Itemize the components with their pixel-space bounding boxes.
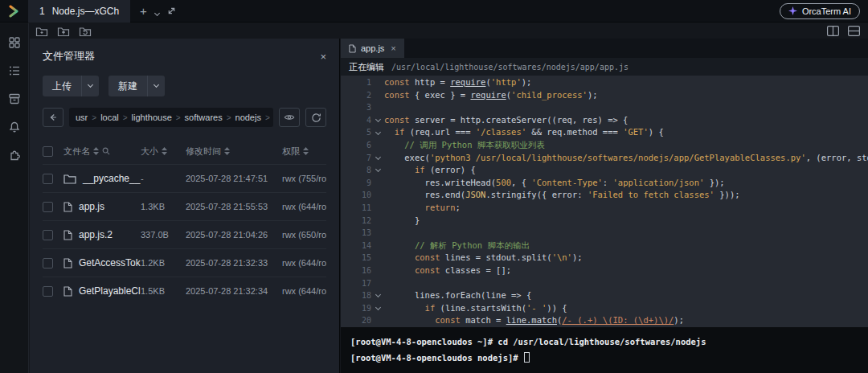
editor-tab-appjs[interactable]: app.js × xyxy=(341,39,404,58)
new-dropdown-icon[interactable] xyxy=(147,76,165,96)
file-row[interactable]: __pycache__-2025-07-28 21:47:51rwx (755/… xyxy=(43,164,326,192)
close-tab-icon[interactable]: × xyxy=(391,43,395,53)
fold-chevron-icon[interactable] xyxy=(371,164,384,177)
new-tab-dropdown-icon[interactable] xyxy=(155,4,159,18)
extensions-puzzle-icon[interactable] xyxy=(6,147,23,163)
new-tab-button[interactable]: + xyxy=(140,5,147,17)
split-horizontal-icon[interactable] xyxy=(848,26,860,36)
sort-icon[interactable] xyxy=(224,147,230,155)
file-name-cell[interactable]: GetAccessTok... xyxy=(63,257,141,268)
bell-icon[interactable] xyxy=(6,119,23,135)
detach-window-icon[interactable] xyxy=(167,6,176,15)
code-text: const lines = stdout.split('\n'); xyxy=(384,252,868,264)
code-line[interactable]: 6 // 调用 Python 脚本获取职业列表 xyxy=(341,139,868,152)
row-checkbox[interactable] xyxy=(43,230,53,240)
line-number: 5 xyxy=(341,126,371,139)
breadcrumb-segment[interactable]: usr xyxy=(76,113,88,122)
row-checkbox[interactable] xyxy=(43,258,53,268)
code-line[interactable]: 15 const lines = stdout.split('\n'); xyxy=(341,252,868,264)
file-row[interactable]: GetAccessTok...1.2KB2025-07-28 21:32:33r… xyxy=(43,248,326,277)
code-line[interactable]: 17 xyxy=(341,277,868,290)
apps-grid-icon[interactable] xyxy=(6,35,23,51)
fold-chevron-icon[interactable] xyxy=(371,152,384,165)
search-icon[interactable] xyxy=(102,147,110,155)
column-header-name[interactable]: 文件名 xyxy=(63,146,90,158)
row-checkbox[interactable] xyxy=(43,174,53,184)
editing-file-path: /usr/local/lighthouse/softwares/nodejs/a… xyxy=(391,63,628,72)
file-name-cell[interactable]: GetPlayableCl... xyxy=(63,285,141,297)
terminal-line: [root@VM-4-8-opencloudos ~]# cd /usr/loc… xyxy=(350,334,858,350)
column-header-mtime[interactable]: 修改时间 xyxy=(186,146,221,158)
upload-button-label: 上传 xyxy=(43,80,81,93)
code-line[interactable]: 18 lines.forEach(line => { xyxy=(341,289,868,302)
file-name-cell[interactable]: app.js xyxy=(63,201,141,212)
breadcrumb-segment[interactable]: nodejs xyxy=(235,113,261,122)
code-line[interactable]: 8 if (error) { xyxy=(341,164,868,177)
file-row[interactable]: app.js.2337.0B2025-07-28 21:04:26rwx (65… xyxy=(43,220,326,248)
code-line[interactable]: 7 exec('python3 /usr/local/lighthouse/so… xyxy=(341,152,868,165)
new-button[interactable]: 新建 xyxy=(108,76,165,96)
code-line[interactable]: 2const { exec } = require('child_process… xyxy=(341,89,868,102)
code-editor[interactable]: 1const http = require('http');2const { e… xyxy=(341,76,868,327)
upload-dropdown-icon[interactable] xyxy=(81,76,99,96)
column-header-size[interactable]: 大小 xyxy=(141,146,158,158)
sort-icon[interactable] xyxy=(162,147,167,155)
line-number: 1 xyxy=(341,76,371,89)
file-name-cell[interactable]: app.js.2 xyxy=(63,229,141,240)
row-checkbox[interactable] xyxy=(43,286,53,297)
storage-box-icon[interactable] xyxy=(6,91,23,107)
breadcrumb-segment[interactable]: lighthouse xyxy=(132,113,172,122)
code-line[interactable]: 12 } xyxy=(341,215,868,227)
editor-tab-label: app.js xyxy=(361,43,384,53)
sort-icon[interactable] xyxy=(93,147,99,155)
refresh-icon[interactable] xyxy=(305,108,326,127)
new-folder-icon[interactable] xyxy=(35,26,48,37)
fold-chevron-icon[interactable] xyxy=(371,302,384,315)
fold-spacer xyxy=(371,89,384,102)
code-line[interactable]: 3 xyxy=(341,101,868,114)
file-size: - xyxy=(141,174,186,183)
sort-icon[interactable] xyxy=(303,147,309,155)
file-row[interactable]: app.js1.3KB2025-07-28 21:55:53rwx (644/r… xyxy=(43,192,326,220)
column-header-perm[interactable]: 权限 xyxy=(282,146,300,158)
code-line[interactable]: 11 return; xyxy=(341,202,868,215)
code-line[interactable]: 16 const classes = []; xyxy=(341,264,868,277)
code-line[interactable]: 9 res.writeHead(500, { 'Content-Type': '… xyxy=(341,177,868,190)
folder-sync-icon[interactable] xyxy=(79,26,92,37)
fold-spacer xyxy=(371,101,384,114)
code-line[interactable]: 4const server = http.createServer((req, … xyxy=(341,114,868,127)
close-panel-icon[interactable]: × xyxy=(320,51,326,63)
code-line[interactable]: 10 res.end(JSON.stringify({ error: 'Fail… xyxy=(341,189,868,202)
orcaterm-ai-button[interactable]: OrcaTerm AI xyxy=(780,3,860,19)
file-row[interactable]: GetPlayableCl...1.5KB2025-07-28 21:32:34… xyxy=(43,277,326,305)
code-line[interactable]: 13 xyxy=(341,227,868,240)
back-icon[interactable] xyxy=(43,108,63,127)
fold-spacer xyxy=(371,264,384,277)
breadcrumb[interactable]: usr>local>lighthouse>softwares>nodejs>ap… xyxy=(69,108,273,127)
file-mtime: 2025-07-28 21:32:34 xyxy=(186,286,282,296)
breadcrumb-segment[interactable]: local xyxy=(100,113,119,122)
upload-button[interactable]: 上传 xyxy=(43,76,99,96)
toggle-hidden-files-eye-icon[interactable] xyxy=(279,108,300,127)
fold-spacer xyxy=(371,240,384,252)
code-line[interactable]: 5 if (req.url === '/classes' && req.meth… xyxy=(341,126,868,139)
session-tab[interactable]: 1 Node.js—xGCh xyxy=(28,0,130,23)
code-line[interactable]: 14 // 解析 Python 脚本的输出 xyxy=(341,240,868,252)
file-name-cell[interactable]: __pycache__ xyxy=(63,173,141,184)
fold-chevron-icon[interactable] xyxy=(371,114,384,127)
select-all-checkbox[interactable] xyxy=(43,146,53,157)
folder-upload-icon[interactable] xyxy=(57,26,70,37)
breadcrumb-segment[interactable]: softwares xyxy=(185,113,223,122)
code-line[interactable]: 20 const match = line.match(/- (.+) \(ID… xyxy=(341,314,868,327)
code-text xyxy=(384,277,868,290)
split-vertical-icon[interactable] xyxy=(827,26,839,36)
code-text: const server = http.createServer((req, r… xyxy=(384,114,868,127)
fold-chevron-icon[interactable] xyxy=(371,126,384,139)
code-line[interactable]: 19 if (line.startsWith('- ')) { xyxy=(341,302,868,315)
terminal-panel[interactable]: [root@VM-4-8-opencloudos ~]# cd /usr/loc… xyxy=(341,327,868,373)
code-line[interactable]: 1const http = require('http'); xyxy=(341,76,868,89)
fold-chevron-icon[interactable] xyxy=(371,289,384,302)
fold-spacer xyxy=(371,139,384,152)
server-list-icon[interactable] xyxy=(6,63,23,79)
row-checkbox[interactable] xyxy=(43,202,53,212)
